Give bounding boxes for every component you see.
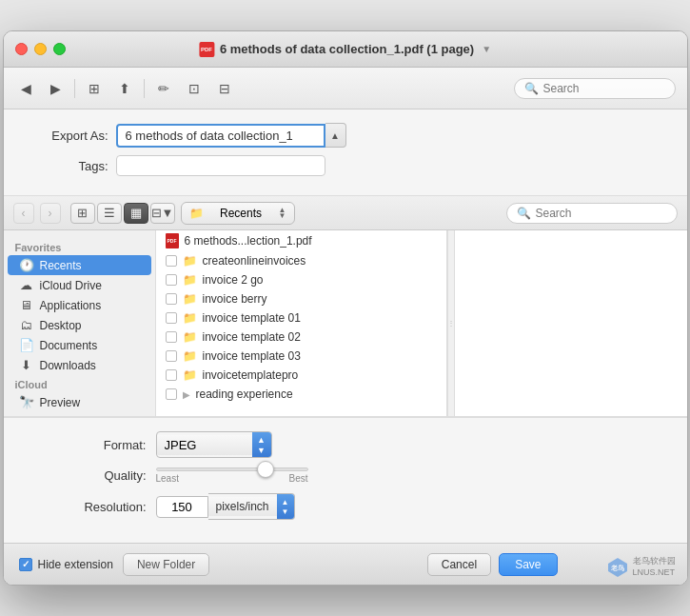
file-item[interactable]: 📁 invoice template 01 — [156, 308, 446, 328]
share-button[interactable]: ⬆ — [113, 77, 136, 100]
resolution-input[interactable] — [156, 496, 208, 518]
action-buttons: Cancel Save — [427, 553, 558, 576]
hide-extension-checkbox[interactable]: ✓ — [19, 558, 32, 571]
folder-icon: 📁 — [189, 207, 204, 220]
desktop-label: Desktop — [40, 319, 82, 332]
folder-icon-sm: 📁 — [183, 273, 197, 287]
file-item[interactable]: 📁 invoice template 03 — [156, 347, 446, 366]
export-filename-input[interactable] — [116, 124, 325, 148]
pdf-file-icon: PDF — [166, 233, 179, 248]
icon-view-button[interactable]: ⊞ — [70, 203, 95, 224]
folder-icon-sm: 📁 — [183, 330, 197, 344]
folder-icon-sm: 📁 — [183, 254, 197, 268]
format-label: Format: — [61, 438, 147, 452]
format-select[interactable]: JPEG PNG TIFF PDF — [157, 435, 252, 455]
format-select-wrap[interactable]: JPEG PNG TIFF PDF ▲ ▼ — [156, 431, 272, 458]
title-bar: PDF 6 methods of data collection_1.pdf (… — [4, 31, 687, 68]
file-checkbox[interactable] — [166, 331, 177, 343]
resolution-row: Resolution: pixels/inch ▲ ▼ — [61, 493, 630, 520]
quality-row: Quality: Least Best — [61, 467, 630, 484]
expand-button[interactable]: ▲ — [325, 123, 346, 148]
file-checkbox[interactable] — [166, 312, 177, 324]
browser-toolbar: ‹ › ⊞ ☰ ▦ ⊟▼ 📁 Recents ▲ ▼ 🔍 — [4, 196, 687, 230]
annotate-button[interactable]: ✏ — [152, 77, 175, 100]
hide-extension-wrap[interactable]: ✓ Hide extension — [19, 558, 113, 571]
cancel-button[interactable]: Cancel — [427, 553, 491, 576]
resize-handle[interactable]: ⋮ — [447, 230, 455, 416]
column-view-button[interactable]: ▦ — [124, 203, 148, 224]
file-item[interactable]: PDF 6 methods...lection_1.pdf — [156, 230, 446, 251]
file-list-pane: PDF 6 methods...lection_1.pdf 📁 createon… — [156, 230, 447, 416]
watermark-logo: 老鸟 — [606, 556, 629, 579]
icloud-section-label: iCloud — [4, 375, 155, 392]
location-selector[interactable]: 📁 Recents ▲ ▼ — [181, 202, 295, 225]
toolbar-search-input[interactable] — [543, 82, 665, 95]
file-checkbox[interactable] — [166, 388, 177, 400]
tags-input[interactable] — [116, 155, 325, 176]
icloud-drive-label: iCloud Drive — [40, 279, 102, 292]
icloud-icon: ☁ — [19, 278, 34, 292]
title-dropdown-icon[interactable]: ▼ — [482, 44, 491, 54]
sidebar-item-applications[interactable]: 🖥 Applications — [8, 295, 151, 315]
hide-extension-label: Hide extension — [38, 558, 113, 571]
sidebar-item-icloud-drive[interactable]: ☁ iCloud Drive — [8, 275, 151, 295]
new-folder-button[interactable]: New Folder — [123, 553, 209, 576]
file-checkbox[interactable] — [166, 293, 177, 305]
toolbar: ◀ ▶ ⊞ ⬆ ✏ ⊡ ⊟ 🔍 — [4, 68, 687, 109]
bottom-bar: ✓ Hide extension New Folder Cancel Save … — [4, 543, 687, 585]
view-icon-button[interactable]: ⊞ — [83, 77, 106, 100]
browser-search-input[interactable] — [536, 207, 667, 220]
file-item[interactable]: 📁 createonlineinvoices — [156, 251, 446, 270]
recents-label: Recents — [40, 259, 82, 272]
checkmark-icon: ✓ — [22, 559, 30, 569]
toolbar-divider — [74, 79, 75, 98]
recents-icon: 🕐 — [19, 258, 34, 272]
sidebar-item-recents[interactable]: 🕐 Recents — [8, 255, 151, 275]
close-button[interactable] — [15, 43, 28, 55]
resolution-unit-label: pixels/inch — [208, 497, 277, 516]
forward-button[interactable]: ▶ — [45, 77, 67, 100]
maximize-button[interactable] — [53, 43, 66, 55]
export-as-label: Export As: — [23, 129, 108, 143]
save-button[interactable]: Save — [499, 553, 557, 576]
sidebar-item-desktop[interactable]: 🗂 Desktop — [8, 315, 151, 335]
gallery-view-button[interactable]: ⊟▼ — [150, 203, 175, 224]
browser-search[interactable]: 🔍 — [506, 203, 678, 224]
sidebar-item-downloads[interactable]: ⬇ Downloads — [8, 355, 151, 375]
sidebar-item-preview[interactable]: 🔭 Preview — [8, 392, 151, 412]
resolution-control: pixels/inch ▲ ▼ — [156, 493, 295, 520]
tags-label: Tags: — [23, 159, 108, 173]
back-button[interactable]: ◀ — [15, 77, 37, 100]
sidebar-item-documents[interactable]: 📄 Documents — [8, 335, 151, 355]
crop-button[interactable]: ⊡ — [183, 77, 206, 100]
quality-slider[interactable] — [156, 467, 308, 471]
resolution-unit-wrap: pixels/inch ▲ ▼ — [208, 493, 295, 520]
desktop-icon: 🗂 — [19, 318, 34, 332]
file-item[interactable]: 📁 invoice berry — [156, 289, 446, 308]
toolbar-search[interactable]: 🔍 — [514, 78, 676, 99]
applications-icon: 🖥 — [19, 298, 34, 312]
applications-label: Applications — [40, 299, 102, 312]
file-checkbox[interactable] — [166, 274, 177, 286]
file-checkbox[interactable] — [166, 255, 177, 267]
minimize-button[interactable] — [34, 43, 47, 55]
documents-icon: 📄 — [19, 338, 34, 352]
file-item[interactable]: ▶ reading experience — [156, 385, 446, 404]
back-nav-button[interactable]: ‹ — [13, 203, 34, 224]
file-checkbox[interactable] — [166, 369, 177, 381]
file-item[interactable]: 📁 invoicetemplatepro — [156, 366, 446, 385]
file-checkbox[interactable] — [166, 350, 177, 362]
search-icon: 🔍 — [524, 82, 539, 95]
folder-icon-sm: 📁 — [183, 311, 197, 325]
adjust-button[interactable]: ⊟ — [213, 77, 236, 100]
traffic-lights[interactable] — [15, 43, 66, 55]
list-view-button[interactable]: ☰ — [97, 203, 122, 224]
browser-content: Favorites 🕐 Recents ☁ iCloud Drive 🖥 App… — [4, 230, 687, 416]
forward-nav-button[interactable]: › — [40, 203, 61, 224]
quality-label: Quality: — [61, 468, 147, 483]
file-item[interactable]: 📁 invoice 2 go — [156, 270, 446, 289]
resolution-arrow[interactable]: ▲ ▼ — [277, 494, 294, 519]
file-item[interactable]: 📁 invoice template 02 — [156, 328, 446, 347]
export-input-wrap: ▲ — [116, 123, 346, 148]
format-arrow-icon[interactable]: ▲ ▼ — [252, 432, 271, 457]
